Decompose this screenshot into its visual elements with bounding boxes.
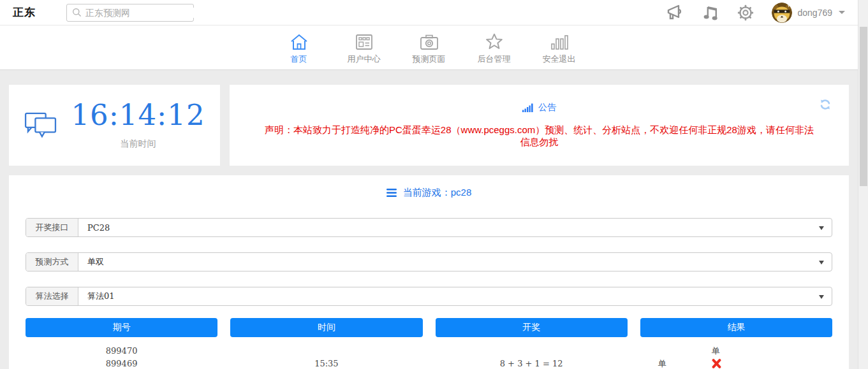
dropdown-caret-icon[interactable] bbox=[819, 295, 824, 299]
cell-issue: 899469 bbox=[26, 359, 217, 368]
cell-issue: 899470 bbox=[26, 346, 217, 356]
dropdown-caret-icon[interactable] bbox=[819, 261, 824, 264]
selector-prediction-mode-label: 预测方式 bbox=[26, 253, 78, 271]
home-icon bbox=[278, 31, 320, 51]
table-header: 期号 时间 开奖 结果 bbox=[26, 318, 832, 337]
nav-prediction-page-label: 预测页面 bbox=[408, 54, 450, 65]
nav-admin-label: 后台管理 bbox=[473, 54, 515, 65]
scrollbar-thumb[interactable] bbox=[860, 27, 867, 186]
music-note-icon[interactable] bbox=[703, 4, 719, 22]
cell-result: 单 bbox=[640, 344, 832, 357]
user-center-icon bbox=[343, 31, 385, 51]
nav-user-center-label: 用户中心 bbox=[343, 54, 385, 65]
chat-bubbles-icon bbox=[24, 110, 58, 141]
search-input[interactable] bbox=[85, 8, 201, 18]
dropdown-caret-icon[interactable] bbox=[819, 226, 824, 230]
selector-prediction-mode-value: 单双 bbox=[78, 256, 104, 268]
selector-algorithm-value: 算法01 bbox=[78, 291, 115, 302]
current-game-label: 当前游戏：pc28 bbox=[403, 187, 472, 199]
page-content: 正东 bbox=[0, 0, 858, 369]
table-row: 899469 15:35 8 + 3 + 1 = 12 单 bbox=[26, 357, 832, 369]
result-prediction: 单 bbox=[658, 358, 666, 369]
topbar-actions: dong769 bbox=[666, 3, 845, 23]
column-header-result[interactable]: 结果 bbox=[640, 318, 832, 337]
current-time: 16:14:12 bbox=[71, 101, 205, 129]
site-logo[interactable]: 正东 bbox=[13, 5, 36, 20]
main-nav: 首页 用户中心 预测页面 后台管理 安全退出 bbox=[0, 25, 858, 70]
announcement-title: 公告 bbox=[538, 102, 556, 113]
nav-admin[interactable]: 后台管理 bbox=[473, 31, 515, 65]
selector-lottery-api-value: PC28 bbox=[78, 223, 110, 233]
nav-logout-label: 安全退出 bbox=[538, 54, 580, 65]
settings-gear-icon[interactable] bbox=[737, 4, 754, 22]
signal-bars-icon bbox=[522, 103, 533, 112]
selector-prediction-mode[interactable]: 预测方式 单双 bbox=[26, 252, 832, 271]
clock-card: 16:14:12 当前时间 bbox=[9, 85, 220, 166]
announcement-header[interactable]: 公告 bbox=[230, 85, 849, 113]
table-row: 899470 单 bbox=[26, 344, 832, 357]
info-cards: 16:14:12 当前时间 公告 声明：本站致力于打造纯净的PC蛋蛋幸运28（w… bbox=[9, 85, 849, 166]
megaphone-icon[interactable] bbox=[666, 4, 686, 21]
search-icon bbox=[72, 8, 82, 17]
column-header-time[interactable]: 时间 bbox=[230, 318, 422, 337]
username[interactable]: dong769 bbox=[797, 8, 832, 18]
user-menu[interactable]: dong769 bbox=[772, 3, 845, 23]
result-prediction: 单 bbox=[712, 345, 720, 357]
nav-logout[interactable]: 安全退出 bbox=[538, 31, 580, 65]
refresh-icon[interactable] bbox=[820, 99, 831, 113]
search-box[interactable] bbox=[66, 4, 194, 22]
table-body: 899470 单 899469 15:35 8 + 3 + 1 = 12 单 bbox=[26, 344, 832, 369]
wrong-cross-icon bbox=[712, 358, 721, 368]
nav-prediction-page[interactable]: 预测页面 bbox=[408, 31, 450, 65]
vertical-scrollbar[interactable] bbox=[858, 0, 868, 369]
cell-time: 15:35 bbox=[230, 359, 422, 368]
star-icon bbox=[473, 31, 515, 51]
camera-icon bbox=[408, 31, 450, 51]
hamburger-icon bbox=[386, 189, 397, 197]
selector-lottery-api-label: 开奖接口 bbox=[26, 219, 78, 236]
avatar[interactable] bbox=[772, 3, 792, 23]
column-header-issue[interactable]: 期号 bbox=[26, 318, 217, 337]
selector-lottery-api[interactable]: 开奖接口 PC28 bbox=[26, 218, 832, 237]
column-header-draw[interactable]: 开奖 bbox=[436, 318, 628, 337]
cell-result: 单 bbox=[640, 357, 832, 369]
current-game-header[interactable]: 当前游戏：pc28 bbox=[26, 187, 832, 199]
user-menu-caret-icon[interactable] bbox=[839, 11, 845, 14]
announcement-card: 公告 声明：本站致力于打造纯净的PC蛋蛋幸运28（www.pceggs.com）… bbox=[230, 85, 849, 166]
nav-home[interactable]: 首页 bbox=[278, 31, 320, 65]
nav-home-label: 首页 bbox=[278, 54, 320, 65]
selector-algorithm[interactable]: 算法选择 算法01 bbox=[26, 287, 832, 306]
main-panel: 当前游戏：pc28 开奖接口 PC28 预测方式 单双 算法选择 算法01 期号… bbox=[9, 175, 849, 369]
announcement-text: 声明：本站致力于打造纯净的PC蛋蛋幸运28（www.pceggs.com）预测、… bbox=[230, 124, 849, 148]
current-time-caption: 当前时间 bbox=[71, 138, 205, 150]
cell-draw: 8 + 3 + 1 = 12 bbox=[436, 359, 628, 368]
topbar: 正东 bbox=[0, 0, 858, 25]
selector-algorithm-label: 算法选择 bbox=[26, 287, 78, 305]
bar-chart-icon bbox=[538, 31, 580, 51]
nav-user-center[interactable]: 用户中心 bbox=[343, 31, 385, 65]
